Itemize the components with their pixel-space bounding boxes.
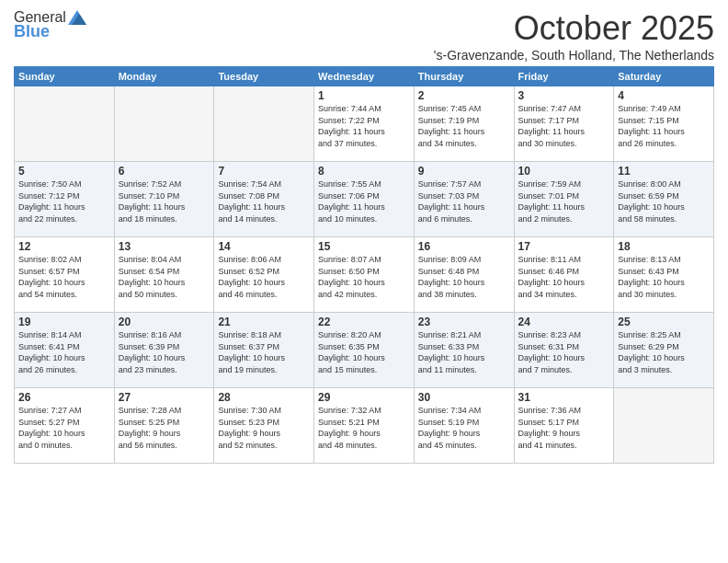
day-number: 9 (418, 165, 510, 178)
title-block: October 2025 's-Gravenzande, South Holla… (434, 9, 714, 63)
header-wednesday: Wednesday (314, 67, 415, 86)
header-sunday: Sunday (15, 67, 115, 86)
day-info: Sunrise: 7:34 AM Sunset: 5:19 PM Dayligh… (418, 405, 510, 451)
table-row: 19Sunrise: 8:14 AM Sunset: 6:41 PM Dayli… (15, 313, 115, 388)
day-number: 29 (318, 391, 410, 404)
table-row: 8Sunrise: 7:55 AM Sunset: 7:06 PM Daylig… (314, 162, 415, 237)
day-number: 23 (418, 316, 510, 328)
day-info: Sunrise: 7:59 AM Sunset: 7:01 PM Dayligh… (518, 178, 610, 224)
header: General Blue October 2025 's-Gravenzande… (14, 9, 714, 63)
header-monday: Monday (114, 67, 214, 86)
day-info: Sunrise: 7:30 AM Sunset: 5:23 PM Dayligh… (218, 405, 310, 451)
day-info: Sunrise: 8:07 AM Sunset: 6:50 PM Dayligh… (318, 254, 410, 300)
day-number: 15 (318, 240, 410, 253)
day-info: Sunrise: 7:27 AM Sunset: 5:27 PM Dayligh… (18, 405, 110, 451)
day-number: 5 (18, 165, 110, 178)
table-row: 4Sunrise: 7:49 AM Sunset: 7:15 PM Daylig… (614, 86, 714, 162)
day-number: 24 (518, 316, 610, 328)
table-row: 11Sunrise: 8:00 AM Sunset: 6:59 PM Dayli… (614, 162, 714, 237)
calendar-week-row: 26Sunrise: 7:27 AM Sunset: 5:27 PM Dayli… (15, 388, 714, 464)
day-number: 13 (119, 240, 210, 253)
day-info: Sunrise: 8:06 AM Sunset: 6:52 PM Dayligh… (218, 254, 310, 300)
table-row (214, 86, 314, 162)
day-info: Sunrise: 8:23 AM Sunset: 6:31 PM Dayligh… (518, 329, 610, 375)
day-number: 25 (618, 316, 710, 328)
table-row: 15Sunrise: 8:07 AM Sunset: 6:50 PM Dayli… (314, 237, 415, 313)
day-info: Sunrise: 8:02 AM Sunset: 6:57 PM Dayligh… (18, 254, 110, 300)
day-number: 11 (618, 165, 710, 178)
day-number: 6 (119, 165, 210, 178)
day-number: 7 (218, 165, 310, 178)
day-info: Sunrise: 7:44 AM Sunset: 7:22 PM Dayligh… (318, 103, 410, 149)
day-info: Sunrise: 8:20 AM Sunset: 6:35 PM Dayligh… (318, 329, 410, 375)
day-info: Sunrise: 8:14 AM Sunset: 6:41 PM Dayligh… (18, 329, 110, 375)
table-row: 2Sunrise: 7:45 AM Sunset: 7:19 PM Daylig… (414, 86, 514, 162)
day-number: 10 (518, 165, 610, 178)
table-row: 20Sunrise: 8:16 AM Sunset: 6:39 PM Dayli… (114, 313, 214, 388)
table-row: 17Sunrise: 8:11 AM Sunset: 6:46 PM Dayli… (514, 237, 614, 313)
header-thursday: Thursday (414, 67, 514, 86)
day-info: Sunrise: 7:57 AM Sunset: 7:03 PM Dayligh… (418, 178, 510, 224)
day-number: 28 (218, 391, 310, 404)
day-number: 31 (518, 391, 610, 404)
header-friday: Friday (514, 67, 614, 86)
table-row: 21Sunrise: 8:18 AM Sunset: 6:37 PM Dayli… (214, 313, 314, 388)
table-row: 18Sunrise: 8:13 AM Sunset: 6:43 PM Dayli… (614, 237, 714, 313)
page: General Blue October 2025 's-Gravenzande… (0, 0, 728, 563)
table-row: 5Sunrise: 7:50 AM Sunset: 7:12 PM Daylig… (15, 162, 115, 237)
day-info: Sunrise: 7:55 AM Sunset: 7:06 PM Dayligh… (318, 178, 410, 224)
day-info: Sunrise: 8:04 AM Sunset: 6:54 PM Dayligh… (119, 254, 210, 300)
day-number: 22 (318, 316, 410, 328)
table-row (15, 86, 115, 162)
day-info: Sunrise: 7:50 AM Sunset: 7:12 PM Dayligh… (18, 178, 110, 224)
day-number: 19 (18, 316, 110, 328)
day-info: Sunrise: 7:36 AM Sunset: 5:17 PM Dayligh… (518, 405, 610, 451)
day-number: 2 (418, 89, 510, 102)
table-row: 9Sunrise: 7:57 AM Sunset: 7:03 PM Daylig… (414, 162, 514, 237)
header-saturday: Saturday (614, 67, 714, 86)
day-number: 8 (318, 165, 410, 178)
day-info: Sunrise: 8:13 AM Sunset: 6:43 PM Dayligh… (618, 254, 710, 300)
month-title: October 2025 (434, 9, 714, 48)
table-row: 28Sunrise: 7:30 AM Sunset: 5:23 PM Dayli… (214, 388, 314, 464)
day-number: 14 (218, 240, 310, 253)
table-row: 26Sunrise: 7:27 AM Sunset: 5:27 PM Dayli… (15, 388, 115, 464)
table-row: 14Sunrise: 8:06 AM Sunset: 6:52 PM Dayli… (214, 237, 314, 313)
table-row: 1Sunrise: 7:44 AM Sunset: 7:22 PM Daylig… (314, 86, 415, 162)
table-row: 30Sunrise: 7:34 AM Sunset: 5:19 PM Dayli… (414, 388, 514, 464)
day-info: Sunrise: 7:45 AM Sunset: 7:19 PM Dayligh… (418, 103, 510, 149)
day-info: Sunrise: 7:52 AM Sunset: 7:10 PM Dayligh… (119, 178, 210, 224)
calendar-week-row: 5Sunrise: 7:50 AM Sunset: 7:12 PM Daylig… (15, 162, 714, 237)
table-row: 27Sunrise: 7:28 AM Sunset: 5:25 PM Dayli… (114, 388, 214, 464)
calendar-table: Sunday Monday Tuesday Wednesday Thursday… (14, 66, 714, 464)
day-number: 27 (119, 391, 210, 404)
day-info: Sunrise: 7:28 AM Sunset: 5:25 PM Dayligh… (119, 405, 210, 451)
day-info: Sunrise: 8:11 AM Sunset: 6:46 PM Dayligh… (518, 254, 610, 300)
day-number: 1 (318, 89, 410, 102)
day-info: Sunrise: 7:49 AM Sunset: 7:15 PM Dayligh… (618, 103, 710, 149)
table-row: 31Sunrise: 7:36 AM Sunset: 5:17 PM Dayli… (514, 388, 614, 464)
day-info: Sunrise: 8:18 AM Sunset: 6:37 PM Dayligh… (218, 329, 310, 375)
day-info: Sunrise: 7:47 AM Sunset: 7:17 PM Dayligh… (518, 103, 610, 149)
table-row: 12Sunrise: 8:02 AM Sunset: 6:57 PM Dayli… (15, 237, 115, 313)
table-row (114, 86, 214, 162)
table-row: 24Sunrise: 8:23 AM Sunset: 6:31 PM Dayli… (514, 313, 614, 388)
day-number: 4 (618, 89, 710, 102)
day-number: 26 (18, 391, 110, 404)
table-row: 22Sunrise: 8:20 AM Sunset: 6:35 PM Dayli… (314, 313, 415, 388)
table-row: 3Sunrise: 7:47 AM Sunset: 7:17 PM Daylig… (514, 86, 614, 162)
calendar-week-row: 1Sunrise: 7:44 AM Sunset: 7:22 PM Daylig… (15, 86, 714, 162)
table-row: 10Sunrise: 7:59 AM Sunset: 7:01 PM Dayli… (514, 162, 614, 237)
day-info: Sunrise: 8:21 AM Sunset: 6:33 PM Dayligh… (418, 329, 510, 375)
day-info: Sunrise: 7:32 AM Sunset: 5:21 PM Dayligh… (318, 405, 410, 451)
logo: General Blue (14, 9, 86, 41)
table-row: 6Sunrise: 7:52 AM Sunset: 7:10 PM Daylig… (114, 162, 214, 237)
day-number: 3 (518, 89, 610, 102)
calendar-header-row: Sunday Monday Tuesday Wednesday Thursday… (15, 67, 714, 86)
logo-icon (68, 10, 86, 25)
day-number: 20 (119, 316, 210, 328)
day-number: 16 (418, 240, 510, 253)
day-info: Sunrise: 8:25 AM Sunset: 6:29 PM Dayligh… (618, 329, 710, 375)
day-number: 18 (618, 240, 710, 253)
table-row: 23Sunrise: 8:21 AM Sunset: 6:33 PM Dayli… (414, 313, 514, 388)
